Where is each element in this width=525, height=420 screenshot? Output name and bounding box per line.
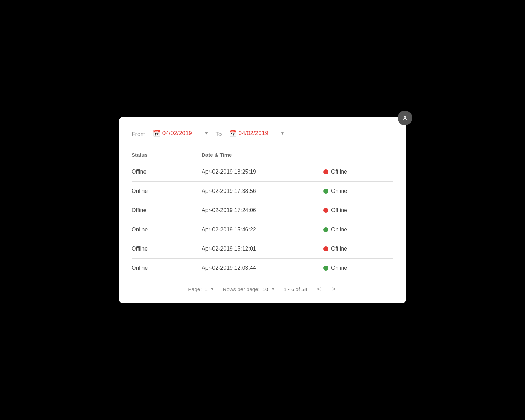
- row-status: Online: [132, 188, 202, 194]
- page-select[interactable]: 1 ▼: [204, 286, 214, 292]
- close-button[interactable]: X: [398, 111, 412, 125]
- rows-dropdown-arrow-icon: ▼: [271, 287, 275, 292]
- badge-label: Online: [331, 226, 347, 233]
- table-row: Online Apr-02-2019 12:03:44 Online: [132, 259, 393, 278]
- to-label: To: [216, 131, 222, 138]
- prev-page-button[interactable]: <: [316, 286, 322, 293]
- online-dot-icon: [323, 227, 328, 232]
- badge-label: Online: [331, 265, 347, 271]
- col-badge-header: [323, 152, 393, 158]
- page-selector-group: Page: 1 ▼: [188, 286, 214, 292]
- row-datetime: Apr-02-2019 17:24:06: [202, 207, 323, 214]
- from-date-picker[interactable]: 📅 04/02/2019 ▼: [153, 130, 209, 139]
- modal-wrapper: X From 📅 04/02/2019 ▼ To 📅 04/02/2019 ▼ …: [119, 117, 406, 303]
- from-dropdown-arrow-icon: ▼: [204, 131, 209, 136]
- rows-select[interactable]: 10 ▼: [262, 286, 275, 292]
- table-header: Status Date & Time: [132, 149, 393, 162]
- to-date-value: 04/02/2019: [239, 130, 277, 137]
- row-badge: Offline: [323, 169, 393, 175]
- row-status: Offine: [132, 169, 202, 175]
- row-status: Online: [132, 265, 202, 271]
- page-range: 1 - 6 of 54: [284, 286, 307, 292]
- row-datetime: Apr-02-2019 18:25:19: [202, 169, 323, 175]
- table-body: Offine Apr-02-2019 18:25:19 Offline Onli…: [132, 162, 393, 278]
- next-page-button[interactable]: >: [330, 286, 337, 293]
- row-status: Offine: [132, 207, 202, 214]
- row-status: Online: [132, 226, 202, 233]
- pagination-bar: Page: 1 ▼ Rows per page: 10 ▼ 1 - 6 of 5…: [132, 286, 393, 293]
- offline-dot-icon: [323, 169, 328, 174]
- row-badge: Online: [323, 188, 393, 194]
- modal-dialog: From 📅 04/02/2019 ▼ To 📅 04/02/2019 ▼ St…: [119, 117, 406, 303]
- badge-label: Online: [331, 188, 347, 194]
- row-datetime: Apr-02-2019 15:46:22: [202, 226, 323, 233]
- to-dropdown-arrow-icon: ▼: [281, 131, 285, 136]
- col-status-header: Status: [132, 152, 202, 158]
- row-badge: Offline: [323, 207, 393, 214]
- offline-dot-icon: [323, 246, 328, 251]
- online-dot-icon: [323, 266, 328, 271]
- badge-label: Offline: [331, 246, 347, 252]
- row-datetime: Apr-02-2019 15:12:01: [202, 246, 323, 252]
- status-table: Status Date & Time Offine Apr-02-2019 18…: [132, 149, 393, 278]
- table-row: Offline Apr-02-2019 15:12:01 Offline: [132, 239, 393, 259]
- from-label: From: [132, 131, 146, 138]
- row-datetime: Apr-02-2019 12:03:44: [202, 265, 323, 271]
- table-row: Offine Apr-02-2019 18:25:19 Offline: [132, 162, 393, 182]
- calendar-to-icon: 📅: [229, 130, 237, 137]
- to-date-picker[interactable]: 📅 04/02/2019 ▼: [229, 130, 285, 139]
- from-date-value: 04/02/2019: [162, 130, 201, 137]
- date-filter-row: From 📅 04/02/2019 ▼ To 📅 04/02/2019 ▼: [132, 130, 393, 139]
- row-badge: Online: [323, 226, 393, 233]
- table-row: Online Apr-02-2019 15:46:22 Online: [132, 220, 393, 239]
- row-badge: Online: [323, 265, 393, 271]
- row-badge: Offline: [323, 246, 393, 252]
- badge-label: Offline: [331, 207, 347, 214]
- page-dropdown-arrow-icon: ▼: [210, 287, 215, 292]
- table-row: Offine Apr-02-2019 17:24:06 Offline: [132, 201, 393, 220]
- calendar-from-icon: 📅: [153, 130, 160, 137]
- row-datetime: Apr-02-2019 17:38:56: [202, 188, 323, 194]
- rows-label: Rows per page:: [223, 286, 260, 292]
- rows-number: 10: [262, 286, 268, 292]
- col-datetime-header: Date & Time: [202, 152, 323, 158]
- rows-selector-group: Rows per page: 10 ▼: [223, 286, 275, 292]
- badge-label: Offline: [331, 169, 347, 175]
- offline-dot-icon: [323, 208, 328, 213]
- table-row: Online Apr-02-2019 17:38:56 Online: [132, 182, 393, 201]
- page-number: 1: [204, 286, 207, 292]
- page-label: Page:: [188, 286, 202, 292]
- row-status: Offline: [132, 246, 202, 252]
- online-dot-icon: [323, 189, 328, 194]
